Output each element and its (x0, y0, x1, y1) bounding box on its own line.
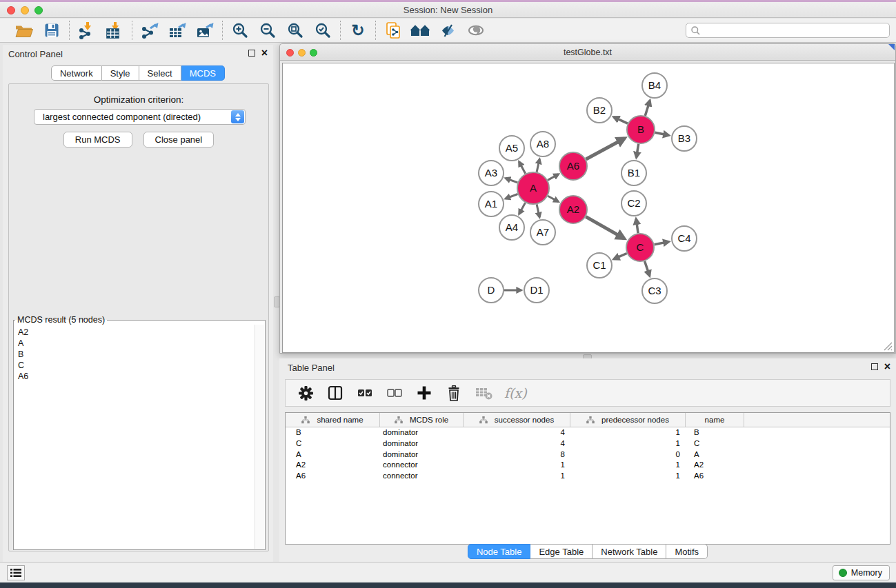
eye-icon[interactable] (465, 20, 487, 41)
tab-network[interactable]: Network (51, 65, 102, 81)
table-row[interactable]: Cdominator41C (286, 438, 890, 449)
optimization-criterion-select[interactable]: largest connected component (directed) (34, 109, 246, 125)
graph-edge-C-C4[interactable] (655, 242, 669, 245)
minimize-window-button[interactable] (21, 6, 29, 14)
graph-node-A6[interactable]: A6 (559, 152, 587, 180)
graph-node-A2[interactable]: A2 (559, 196, 587, 223)
network-window-titlebar[interactable]: testGlobe.txt (280, 44, 895, 61)
run-mcds-button[interactable]: Run MCDS (63, 132, 132, 148)
tab-motifs[interactable]: Motifs (666, 544, 708, 559)
zoom-window-button[interactable] (34, 6, 43, 14)
import-table-icon[interactable] (103, 20, 126, 41)
tab-network-table[interactable]: Network Table (593, 544, 666, 559)
tab-select[interactable]: Select (139, 65, 181, 81)
graph-node-C3[interactable]: C3 (642, 278, 667, 303)
graph-edge-A-A4[interactable] (519, 203, 526, 214)
graph-edge-A-A1[interactable] (506, 194, 518, 199)
graph-edge-B-B4[interactable] (645, 101, 650, 116)
graph-node-A8[interactable]: A8 (530, 132, 555, 156)
graph-edge-A2-C[interactable] (586, 216, 624, 238)
open-file-icon[interactable] (13, 20, 35, 41)
zoom-in-icon[interactable] (229, 20, 251, 41)
graph-node-A[interactable]: A (517, 172, 549, 204)
graph-edge-B-B3[interactable] (655, 132, 669, 135)
select-all-icon[interactable] (356, 384, 374, 402)
save-session-icon[interactable] (41, 20, 63, 41)
clone-network-icon[interactable] (382, 20, 404, 41)
tab-node-table[interactable]: Node Table (468, 544, 531, 559)
graph-node-B3[interactable]: B3 (672, 126, 697, 151)
graph-node-D[interactable]: D (479, 278, 504, 303)
add-column-icon[interactable] (415, 384, 433, 402)
graph-node-A1[interactable]: A1 (479, 192, 504, 216)
graph-edge-B-B1[interactable] (637, 144, 639, 158)
graph-node-C[interactable]: C (626, 234, 654, 261)
float-panel-icon[interactable] (248, 50, 255, 57)
memory-button[interactable]: Memory (833, 565, 890, 580)
graph-node-B2[interactable]: B2 (587, 98, 612, 123)
network-close-button[interactable] (286, 49, 294, 57)
node-table[interactable]: shared nameMCDS rolesuccessor nodesprede… (285, 412, 890, 545)
mcds-result-scrollbar[interactable] (255, 325, 264, 549)
deselect-all-icon[interactable] (386, 384, 404, 402)
column-header-successor-nodes[interactable]: successor nodes (464, 413, 570, 427)
zoom-fit-icon[interactable] (284, 20, 306, 41)
graph-edge-A-A8[interactable] (537, 159, 539, 172)
mcds-result-list[interactable]: A2ABCA6 (14, 325, 255, 549)
graph-node-C2[interactable]: C2 (621, 191, 646, 216)
graph-edge-A-A5[interactable] (519, 162, 526, 174)
table-settings-gear-icon[interactable] (297, 384, 315, 402)
tab-style[interactable]: Style (102, 65, 139, 81)
mcds-result-item[interactable]: B (18, 349, 255, 360)
column-header-shared-name[interactable]: shared name (286, 413, 380, 427)
graph-edge-A6-B[interactable] (586, 139, 625, 159)
graph-node-D1[interactable]: D1 (524, 278, 549, 303)
mcds-result-item[interactable]: A6 (18, 371, 255, 382)
graph-edge-C-C3[interactable] (645, 261, 650, 276)
column-header-mcds-role[interactable]: MCDS role (380, 413, 464, 427)
network-canvas[interactable]: AA1A2A3A4A5A6A7A8BB1B2B3B4CC1C2C3C4DD1 (282, 63, 895, 353)
search-input[interactable] (701, 24, 889, 37)
table-row[interactable]: Adominator80A (286, 449, 890, 460)
export-network-icon[interactable] (139, 20, 161, 41)
tab-edge-table[interactable]: Edge Table (530, 544, 593, 559)
graph-edge-A-A3[interactable] (506, 179, 517, 183)
network-minimize-button[interactable] (298, 49, 306, 57)
network-overview-icon[interactable] (410, 20, 432, 41)
column-header-name[interactable]: name (686, 413, 744, 427)
refresh-icon[interactable]: ↻ (347, 20, 369, 41)
table-row[interactable]: A2connector11A2 (286, 460, 890, 471)
mcds-result-item[interactable]: A (18, 338, 255, 349)
graph-node-A4[interactable]: A4 (499, 215, 524, 240)
graph-node-C4[interactable]: C4 (672, 226, 697, 251)
close-panel-icon[interactable]: × (261, 49, 268, 57)
show-hide-panels-icon[interactable] (437, 20, 459, 41)
graph-edge-A-A2[interactable] (548, 196, 558, 201)
export-image-icon[interactable] (194, 20, 216, 41)
mcds-result-item[interactable]: A2 (18, 327, 255, 338)
graph-edge-B-B2[interactable] (614, 117, 628, 123)
delete-column-trash-icon[interactable] (445, 384, 463, 402)
graph-edge-C-C1[interactable] (614, 254, 627, 259)
close-table-panel-icon[interactable]: × (884, 363, 890, 371)
graph-node-C1[interactable]: C1 (587, 253, 612, 278)
export-table-icon[interactable] (166, 20, 188, 41)
import-network-icon[interactable] (76, 20, 98, 41)
float-table-panel-icon[interactable] (871, 363, 878, 370)
network-zoom-button[interactable] (310, 49, 317, 57)
graph-edge-A-A6[interactable] (548, 174, 559, 181)
graph-node-B[interactable]: B (627, 116, 655, 143)
graph-node-A7[interactable]: A7 (530, 220, 555, 245)
column-header-predecessor-nodes[interactable]: predecessor nodes (570, 413, 686, 427)
tab-mcds[interactable]: MCDS (181, 65, 225, 81)
close-panel-button[interactable]: Close panel (143, 132, 215, 148)
close-window-button[interactable] (7, 6, 15, 14)
search-field[interactable] (686, 23, 890, 38)
show-columns-icon[interactable] (326, 384, 344, 402)
mcds-result-item[interactable]: C (18, 360, 255, 371)
graph-node-A3[interactable]: A3 (479, 161, 504, 185)
resize-grip-icon[interactable] (884, 342, 893, 351)
graph-edge-A-A7[interactable] (537, 204, 539, 217)
task-history-button[interactable] (7, 565, 25, 580)
graph-node-A5[interactable]: A5 (499, 136, 524, 161)
